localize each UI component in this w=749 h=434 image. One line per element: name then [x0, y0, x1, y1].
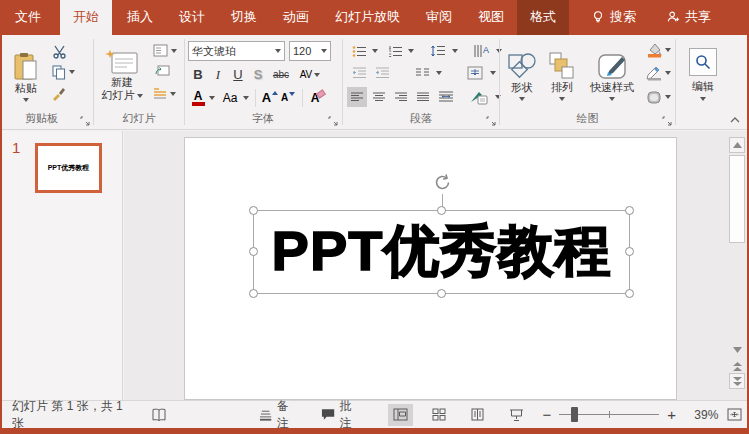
tab-design[interactable]: 设计: [166, 0, 218, 35]
shapes-caret: [519, 97, 525, 101]
paste-button[interactable]: 粘贴: [8, 41, 44, 113]
normal-view-button[interactable]: [388, 404, 413, 426]
share-button[interactable]: 共享: [658, 0, 719, 35]
decrease-indent-button[interactable]: [349, 64, 369, 82]
font-color-button[interactable]: A: [189, 88, 207, 107]
new-slide-button[interactable]: 新建 幻灯片: [98, 40, 146, 112]
resize-handle-e[interactable]: [625, 247, 634, 256]
resize-handle-nw[interactable]: [249, 206, 258, 215]
increase-indent-button[interactable]: [372, 64, 392, 82]
tab-format[interactable]: 格式: [517, 0, 569, 35]
shape-outline-button[interactable]: [644, 63, 672, 83]
font-name-combo[interactable]: 华文琥珀: [188, 41, 285, 61]
section-button[interactable]: [148, 85, 180, 102]
format-painter-button[interactable]: [48, 85, 68, 103]
scroll-down-button[interactable]: [729, 342, 745, 358]
reading-view-button[interactable]: [465, 404, 490, 426]
scrollbar-thumb[interactable]: [729, 155, 745, 243]
zoom-slider-thumb[interactable]: [571, 407, 578, 422]
shapes-button[interactable]: 形状: [504, 40, 540, 112]
resize-handle-w[interactable]: [249, 247, 258, 256]
slide-sorter-view-button[interactable]: [427, 404, 452, 426]
drawing-dialog-launcher[interactable]: [662, 116, 672, 126]
comments-button[interactable]: 批注: [317, 401, 366, 428]
paragraph-dialog-launcher[interactable]: [486, 116, 496, 126]
resize-handle-s[interactable]: [437, 289, 446, 298]
fit-to-window-button[interactable]: [722, 404, 747, 426]
grow-font-button[interactable]: A: [261, 88, 279, 107]
align-right-button[interactable]: [391, 87, 411, 107]
columns-button[interactable]: [411, 64, 433, 82]
tab-review[interactable]: 审阅: [413, 0, 465, 35]
numbering-icon: [388, 45, 403, 58]
shape-effects-button[interactable]: [644, 87, 672, 107]
vertical-scrollbar[interactable]: [729, 137, 745, 390]
zoom-slider-track[interactable]: [559, 414, 659, 415]
tab-slideshow[interactable]: 幻灯片放映: [322, 0, 413, 35]
underline-button[interactable]: U: [229, 65, 247, 84]
tab-transitions[interactable]: 切换: [218, 0, 270, 35]
align-text-button[interactable]: [463, 64, 487, 82]
font-name-value: 华文琥珀: [192, 44, 236, 59]
shape-fill-button[interactable]: [644, 40, 672, 60]
italic-button[interactable]: I: [209, 65, 227, 84]
resize-handle-ne[interactable]: [625, 206, 634, 215]
spell-check-book-icon: [151, 408, 167, 422]
tab-view[interactable]: 视图: [465, 0, 517, 35]
change-case-glyph: Aa: [223, 91, 238, 105]
shape-fill-icon: [646, 42, 663, 58]
bullets-button[interactable]: [349, 42, 369, 60]
align-center-button[interactable]: [369, 87, 389, 107]
rotate-handle-icon[interactable]: [433, 173, 452, 192]
tab-insert[interactable]: 插入: [114, 0, 166, 35]
distributed-button[interactable]: [435, 87, 457, 107]
change-case-button[interactable]: Aa: [219, 88, 241, 107]
group-editing: 编辑: [676, 35, 749, 129]
tab-home[interactable]: 开始: [60, 0, 112, 35]
convert-smartart-button[interactable]: [465, 87, 493, 107]
search-button[interactable]: 搜索: [583, 0, 644, 35]
zoom-percentage[interactable]: 39%: [686, 408, 718, 422]
tab-file[interactable]: 文件: [2, 0, 54, 35]
change-case-caret: [243, 96, 249, 100]
wordart-textbox[interactable]: PPT优秀教程: [253, 210, 630, 294]
grow-font-arrow: [272, 91, 278, 95]
clipboard-dialog-launcher[interactable]: [80, 116, 90, 126]
strikethrough-button[interactable]: abc: [269, 65, 293, 84]
slides-group-label: 幻灯片: [94, 111, 184, 126]
editing-button[interactable]: 编辑: [682, 41, 724, 107]
arrange-button[interactable]: 排列: [544, 40, 580, 112]
slideshow-view-button[interactable]: [504, 404, 529, 426]
slide-thumbnail[interactable]: PPT优秀教程: [35, 143, 102, 193]
quick-styles-button[interactable]: 快速样式: [584, 40, 640, 112]
copy-button[interactable]: [47, 63, 79, 81]
resize-handle-n[interactable]: [437, 206, 446, 215]
numbering-button[interactable]: [385, 42, 405, 60]
next-slide-button[interactable]: [729, 373, 745, 389]
justify-button[interactable]: [413, 87, 433, 107]
scroll-up-button[interactable]: [729, 137, 745, 153]
character-spacing-button[interactable]: AV: [295, 65, 325, 84]
layout-button[interactable]: [150, 42, 180, 59]
slide-editing-surface[interactable]: PPT优秀教程: [184, 137, 677, 400]
collapse-ribbon-button[interactable]: [729, 115, 741, 124]
line-spacing-button[interactable]: [427, 42, 449, 60]
notes-button[interactable]: 备注: [255, 401, 303, 428]
resize-handle-sw[interactable]: [249, 289, 258, 298]
reset-button[interactable]: [152, 62, 172, 79]
slide-indicator[interactable]: 幻灯片 第 1 张，共 1 张: [8, 401, 135, 428]
resize-handle-se[interactable]: [625, 289, 634, 298]
clear-formatting-button[interactable]: A: [308, 88, 328, 107]
tab-animations[interactable]: 动画: [270, 0, 322, 35]
zoom-in-button[interactable]: +: [667, 406, 676, 423]
bold-button[interactable]: B: [189, 65, 207, 84]
text-direction-button[interactable]: A: [469, 42, 493, 60]
cut-button[interactable]: [49, 42, 69, 60]
font-dialog-launcher[interactable]: [328, 116, 338, 126]
shrink-font-button[interactable]: A: [279, 88, 297, 107]
align-left-button[interactable]: [347, 87, 367, 107]
zoom-out-button[interactable]: −: [543, 406, 552, 423]
spell-check-button[interactable]: [147, 401, 171, 428]
font-size-combo[interactable]: 120: [289, 41, 331, 61]
text-shadow-button[interactable]: S: [249, 65, 267, 84]
